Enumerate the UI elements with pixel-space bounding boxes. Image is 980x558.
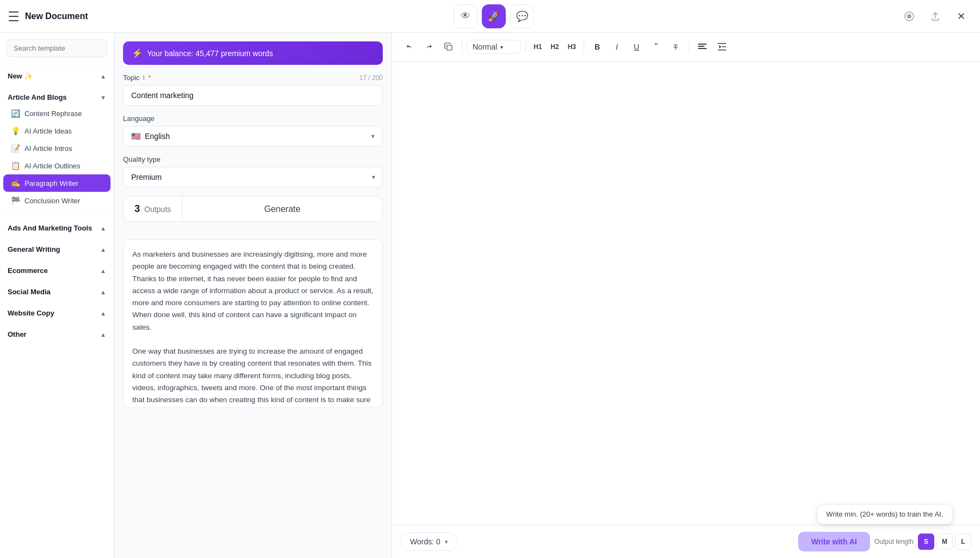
write-tooltip-text: Write min. (20+ words) to train the AI. (826, 510, 944, 518)
outputs-count: 3 (134, 203, 140, 215)
topic-required: * (148, 74, 151, 82)
bold-button[interactable]: B (589, 38, 606, 56)
chat-button[interactable]: 💬 (510, 4, 534, 28)
hamburger-button[interactable] (9, 8, 19, 25)
sidebar-section-social-media: Social Media ▲ (0, 280, 114, 301)
editor-toolbar: Normal ▾ H1 H2 H3 B I U " T (392, 33, 980, 62)
sidebar-item-conclusion-writer[interactable]: 🏁 Conclusion Writer (3, 192, 111, 209)
article-blogs-label: Article And Blogs (8, 93, 67, 101)
record-button[interactable] (899, 7, 919, 26)
sidebar-item-ai-article-ideas[interactable]: 💡 AI Article Ideas (3, 122, 111, 140)
svg-rect-8 (722, 46, 726, 47)
website-copy-chevron-icon: ▲ (100, 310, 106, 317)
website-copy-header[interactable]: Website Copy ▲ (0, 304, 114, 320)
other-header[interactable]: Other ▲ (0, 325, 114, 342)
article-blogs-header[interactable]: Article And Blogs ▼ (0, 88, 114, 105)
conclusion-writer-icon: 🏁 (11, 196, 20, 205)
generated-text-2: One way that businesses are trying to in… (132, 345, 373, 408)
topbar-right: ✕ (899, 7, 971, 26)
social-media-header[interactable]: Social Media ▲ (0, 282, 114, 299)
quote-button[interactable]: " (647, 38, 665, 56)
ai-article-ideas-icon: 💡 (11, 126, 20, 135)
toolbar-separator-3 (584, 40, 584, 53)
style-dropdown[interactable]: Normal ▾ (467, 40, 521, 54)
general-writing-label: General Writing (8, 245, 60, 253)
outputs-generate-row: 3 Outputs Generate (123, 196, 383, 222)
sidebar: New ✨ ▲ Article And Blogs ▼ 🔄 Content Re… (0, 33, 114, 558)
ai-article-outlines-label: AI Article Outlines (24, 162, 81, 170)
size-buttons: S M L (918, 533, 971, 550)
sidebar-item-ai-article-outlines[interactable]: 📋 AI Article Outlines (3, 157, 111, 174)
size-m-button[interactable]: M (936, 533, 953, 550)
editor-panel: Normal ▾ H1 H2 H3 B I U " T (392, 33, 980, 558)
language-value: English (145, 132, 170, 141)
middle-panel: ⚡ Your balance: 45,477 premium words Top… (114, 33, 392, 558)
h3-button[interactable]: H3 (565, 41, 579, 53)
size-l-button[interactable]: L (955, 533, 971, 550)
generate-button[interactable]: Generate (182, 197, 382, 221)
close-button[interactable]: ✕ (952, 7, 971, 26)
generated-content: As marketers and businesses are increasi… (123, 239, 383, 408)
content-rephrase-icon: 🔄 (11, 109, 20, 118)
sidebar-section-website-copy: Website Copy ▲ (0, 301, 114, 323)
editor-body[interactable] (392, 62, 980, 525)
sidebar-section-article-blogs: Article And Blogs ▼ 🔄 Content Rephrase 💡… (0, 86, 114, 211)
strikethrough-button[interactable]: T (667, 38, 684, 56)
eye-button[interactable]: 👁 (454, 4, 477, 28)
write-ai-button[interactable]: Write with AI (798, 532, 870, 551)
ads-marketing-label: Ads And Marketing Tools (8, 224, 92, 232)
rocket-button[interactable]: 🚀 (482, 4, 506, 28)
svg-rect-4 (698, 46, 705, 47)
ai-article-outlines-icon: 📋 (11, 161, 20, 170)
language-select[interactable]: 🇺🇸 English ▾ (123, 126, 383, 147)
ecommerce-label: Ecommerce (8, 266, 48, 275)
sidebar-item-ai-article-intros[interactable]: 📝 AI Article Intros (3, 140, 111, 157)
new-section-header[interactable]: New ✨ ▲ (0, 66, 114, 83)
paragraph-writer-icon: ✍️ (11, 179, 20, 187)
align-button[interactable] (694, 38, 711, 56)
toolbar-separator-1 (462, 40, 462, 53)
sidebar-section-other: Other ▲ (0, 323, 114, 344)
size-s-button[interactable]: S (918, 533, 934, 550)
words-chevron-icon: ▾ (445, 538, 448, 545)
copy-button[interactable] (440, 38, 457, 56)
search-box (0, 33, 114, 64)
general-writing-chevron-icon: ▲ (100, 246, 106, 253)
share-button[interactable] (926, 7, 945, 26)
social-media-label: Social Media (8, 288, 51, 296)
ai-article-intros-label: AI Article Intros (24, 144, 72, 153)
italic-button[interactable]: I (608, 38, 626, 56)
underline-button[interactable]: U (628, 38, 645, 56)
sidebar-item-paragraph-writer[interactable]: ✍️ Paragraph Writer (3, 174, 111, 192)
sidebar-section-general-writing: General Writing ▲ (0, 238, 114, 259)
quality-group: Quality type Premium Standard Economy ▾ (123, 155, 383, 187)
svg-point-1 (907, 14, 911, 19)
indent-button[interactable] (713, 38, 731, 56)
search-input[interactable] (7, 39, 107, 57)
h1-button[interactable]: H1 (530, 41, 545, 53)
undo-button[interactable] (401, 38, 418, 56)
sidebar-section-ads-marketing: Ads And Marketing Tools ▲ (0, 216, 114, 238)
language-chevron-icon: ▾ (371, 132, 375, 140)
sidebar-section-new: New ✨ ▲ (0, 64, 114, 86)
content-rephrase-label: Content Rephrase (24, 110, 82, 118)
conclusion-writer-label: Conclusion Writer (24, 197, 80, 205)
social-media-chevron-icon: ▲ (100, 289, 106, 295)
quality-select[interactable]: Premium Standard Economy (123, 167, 383, 187)
ads-marketing-header[interactable]: Ads And Marketing Tools ▲ (0, 219, 114, 235)
words-label: Words: 0 (410, 537, 440, 546)
sidebar-item-content-rephrase[interactable]: 🔄 Content Rephrase (3, 105, 111, 122)
svg-rect-7 (718, 50, 726, 51)
h2-button[interactable]: H2 (547, 41, 562, 53)
style-dropdown-chevron: ▾ (500, 44, 503, 50)
new-chevron-icon: ▲ (100, 73, 106, 80)
outputs-box[interactable]: 3 Outputs (124, 197, 182, 221)
topic-input[interactable] (123, 85, 383, 106)
general-writing-header[interactable]: General Writing ▲ (0, 240, 114, 257)
ecommerce-header[interactable]: Ecommerce ▲ (0, 261, 114, 278)
paragraph-writer-label: Paragraph Writer (24, 179, 78, 187)
other-chevron-icon: ▲ (100, 331, 106, 338)
words-count-badge[interactable]: Words: 0 ▾ (401, 532, 457, 551)
redo-button[interactable] (420, 38, 438, 56)
generated-text: As marketers and businesses are increasi… (132, 248, 373, 333)
